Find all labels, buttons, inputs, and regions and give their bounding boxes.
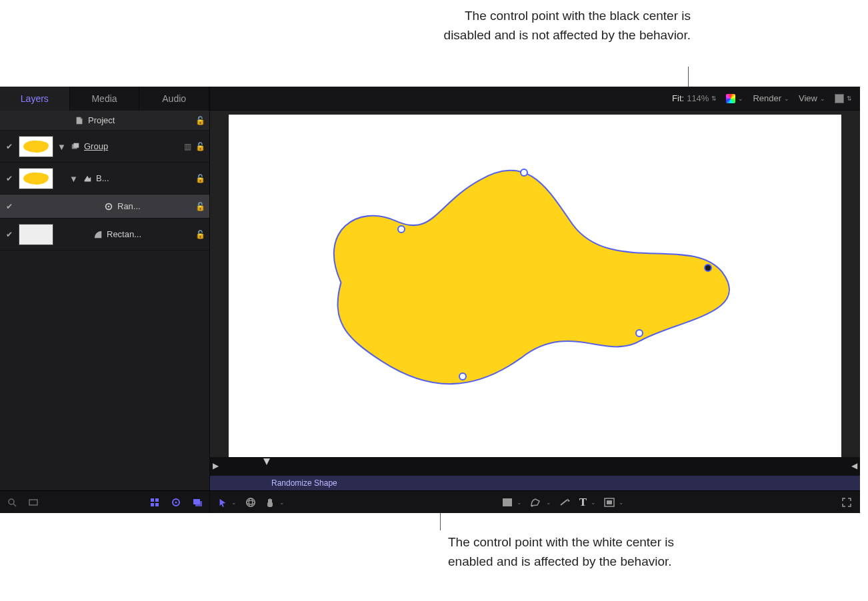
- visibility-checkbox[interactable]: ✔: [4, 173, 15, 184]
- bezier-shape[interactable]: [229, 115, 841, 457]
- layer-thumbnail: [19, 136, 53, 157]
- svg-rect-6: [29, 500, 37, 505]
- layer-row-project[interactable]: Project 🔓: [0, 111, 209, 131]
- svg-point-16: [247, 500, 255, 504]
- layer-thumbnail: [19, 168, 53, 189]
- svg-point-12: [175, 501, 177, 503]
- project-icon: [75, 116, 84, 125]
- layer-label: Group: [84, 141, 180, 151]
- layer-label: B...: [96, 173, 191, 183]
- mini-timeline[interactable]: ▶ ◀: [210, 457, 860, 476]
- svg-rect-1: [73, 143, 79, 147]
- callout-bottom: The control point with the white center …: [448, 533, 715, 571]
- chevron-down-icon: ⌄: [784, 95, 789, 102]
- layer-row-shape[interactable]: ✔ ▼ B... 🔓: [0, 163, 209, 195]
- svg-rect-14: [195, 501, 202, 506]
- layer-list: Project 🔓 ✔ ▼ Group ▥ 🔓 ✔: [0, 111, 209, 490]
- viewer-toolbar: Fit: 114% ⇅ ⌄ Render⌄ View⌄ ⇅: [210, 87, 860, 111]
- render-menu[interactable]: Render⌄: [753, 93, 789, 103]
- select-tool[interactable]: ⌄: [218, 498, 237, 507]
- rgb-swatch-icon: [726, 94, 735, 103]
- layer-label: Project: [88, 115, 191, 125]
- timeline-clip[interactable]: Randomize Shape: [210, 476, 860, 490]
- chevron-down-icon[interactable]: ▼: [57, 142, 67, 151]
- pen-tool[interactable]: ⌄: [530, 497, 551, 508]
- stepper-icon: ⇅: [847, 95, 852, 102]
- chevron-down-icon[interactable]: ▼: [69, 174, 79, 183]
- svg-rect-18: [503, 498, 512, 506]
- tab-layers[interactable]: Layers: [0, 87, 70, 111]
- svg-point-4: [9, 499, 14, 504]
- mask-tool[interactable]: ⌄: [604, 498, 624, 507]
- lock-icon[interactable]: 🔓: [195, 174, 205, 183]
- chevron-down-icon: ⌄: [546, 499, 551, 506]
- canvas[interactable]: [229, 115, 841, 457]
- transform-3d-tool[interactable]: [245, 496, 257, 508]
- svg-rect-8: [155, 498, 159, 502]
- canvas-toolbar: ⌄ ⌄ ⌄ ⌄: [210, 490, 860, 513]
- tab-media[interactable]: Media: [70, 87, 140, 111]
- pass-through-icon[interactable]: ▥: [184, 142, 191, 151]
- out-point-icon[interactable]: ◀: [851, 461, 857, 470]
- frame-icon[interactable]: [28, 497, 39, 508]
- fullscreen-toggle[interactable]: [841, 497, 852, 508]
- chevron-down-icon: ⌄: [619, 499, 624, 506]
- svg-line-5: [13, 504, 16, 506]
- svg-rect-10: [155, 503, 159, 506]
- app-window: Layers Media Audio Project 🔓 ✔ ▼ Group: [0, 87, 860, 513]
- shape-icon: [83, 174, 92, 183]
- color-channels[interactable]: ⌄: [726, 94, 743, 103]
- playhead[interactable]: [263, 458, 270, 466]
- svg-point-15: [247, 498, 255, 506]
- layer-label: Ran...: [117, 201, 191, 211]
- paint-stroke-tool[interactable]: [559, 498, 571, 507]
- svg-rect-21: [607, 500, 612, 504]
- layer-label: Rectan...: [107, 229, 191, 239]
- main-area: Fit: 114% ⇅ ⌄ Render⌄ View⌄ ⇅: [210, 87, 860, 513]
- rectangle-tool[interactable]: ⌄: [502, 498, 522, 507]
- callout-top: The control point with the black center …: [424, 7, 691, 45]
- lock-icon[interactable]: 🔓: [195, 142, 205, 151]
- lock-icon[interactable]: 🔓: [195, 202, 205, 211]
- layout-swatch-icon: [835, 94, 844, 103]
- gear-icon: [104, 202, 113, 211]
- group-icon: [71, 142, 80, 151]
- layer-row-rectangle[interactable]: ✔ Rectan... 🔓: [0, 219, 209, 251]
- behaviors-icon[interactable]: [171, 497, 181, 508]
- chevron-down-icon: ⌄: [517, 499, 522, 506]
- mask-icon: [93, 230, 103, 239]
- timeline-clip-label: Randomize Shape: [271, 478, 337, 488]
- lock-icon[interactable]: 🔓: [195, 230, 205, 239]
- control-point-enabled[interactable]: [520, 169, 528, 177]
- search-icon[interactable]: [7, 497, 17, 508]
- chevron-down-icon: ⌄: [820, 95, 825, 102]
- control-point-enabled[interactable]: [397, 225, 405, 233]
- layout-menu[interactable]: ⇅: [835, 94, 852, 103]
- zoom-fit[interactable]: Fit: 114% ⇅: [672, 93, 717, 103]
- chevron-down-icon: ⌄: [591, 499, 596, 506]
- hand-tool[interactable]: ⌄: [265, 497, 285, 508]
- layer-row-group[interactable]: ✔ ▼ Group ▥ 🔓: [0, 131, 209, 163]
- visibility-checkbox[interactable]: ✔: [4, 141, 15, 152]
- chevron-down-icon: ⌄: [231, 499, 237, 506]
- visibility-checkbox[interactable]: ✔: [4, 229, 15, 240]
- sidebar-tabs: Layers Media Audio: [0, 87, 209, 111]
- svg-point-19: [531, 504, 533, 506]
- filters-icon[interactable]: [149, 497, 160, 508]
- tab-audio[interactable]: Audio: [139, 87, 209, 111]
- visibility-checkbox[interactable]: ✔: [4, 201, 15, 212]
- control-point-disabled[interactable]: [704, 264, 712, 272]
- chevron-down-icon: ⌄: [279, 499, 285, 506]
- layer-row-behavior[interactable]: ✔ Ran... 🔓: [0, 195, 209, 219]
- control-point-enabled[interactable]: [635, 329, 643, 337]
- in-point-icon[interactable]: ▶: [213, 461, 219, 470]
- view-menu[interactable]: View⌄: [799, 93, 825, 103]
- canvas-wrap: [210, 111, 860, 457]
- text-tool[interactable]: T ⌄: [579, 496, 596, 509]
- stacks-icon[interactable]: [192, 497, 203, 508]
- lock-icon[interactable]: 🔓: [195, 116, 205, 125]
- control-point-enabled[interactable]: [459, 372, 467, 380]
- sidebar: Layers Media Audio Project 🔓 ✔ ▼ Group: [0, 87, 210, 513]
- sidebar-footer: [0, 490, 209, 513]
- svg-point-17: [249, 498, 252, 506]
